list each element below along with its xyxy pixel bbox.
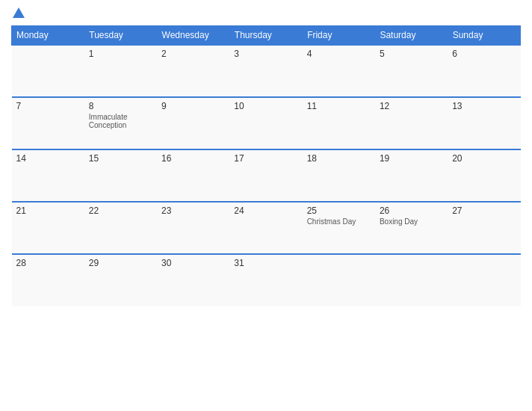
weekday-header-wednesday: Wednesday — [157, 26, 229, 46]
day-number: 23 — [161, 206, 225, 216]
weekday-header-thursday: Thursday — [229, 26, 302, 46]
day-number: 11 — [307, 101, 371, 111]
calendar-cell: 25Christmas Day — [303, 202, 375, 254]
day-number: 20 — [452, 153, 516, 164]
calendar-cell: 17 — [229, 149, 302, 202]
week-row-0: 123456 — [12, 45, 521, 97]
calendar-cell: 20 — [448, 149, 520, 202]
day-number: 29 — [89, 258, 152, 268]
calendar-cell: 9 — [157, 97, 229, 149]
calendar-cell: 12 — [375, 97, 448, 149]
calendar-header — [11, 7, 521, 19]
weekday-header-row: MondayTuesdayWednesdayThursdayFridaySatu… — [12, 26, 521, 46]
day-number: 4 — [307, 49, 371, 59]
calendar-container: MondayTuesdayWednesdayThursdayFridaySatu… — [0, 0, 532, 411]
holiday-label: Boxing Day — [380, 217, 443, 226]
weekday-header-tuesday: Tuesday — [84, 26, 157, 46]
calendar-cell: 30 — [157, 254, 229, 306]
weekday-header-saturday: Saturday — [375, 26, 448, 46]
day-number: 28 — [16, 258, 80, 268]
calendar-cell: 16 — [157, 149, 229, 202]
holiday-label: Christmas Day — [307, 217, 371, 226]
calendar-cell: 18 — [303, 149, 375, 202]
day-number: 13 — [452, 101, 516, 111]
day-number: 7 — [16, 101, 80, 111]
calendar-cell — [375, 254, 448, 306]
day-number: 16 — [161, 153, 225, 164]
calendar-cell — [303, 254, 375, 306]
week-row-1: 78Immaculate Conception910111213 — [12, 97, 521, 149]
calendar-table: MondayTuesdayWednesdayThursdayFridaySatu… — [11, 25, 521, 306]
calendar-cell: 21 — [12, 202, 84, 254]
day-number: 5 — [380, 49, 443, 59]
calendar-cell: 3 — [229, 45, 302, 97]
calendar-cell — [448, 254, 520, 306]
week-row-4: 28293031 — [12, 254, 521, 306]
calendar-cell: 24 — [229, 202, 302, 254]
day-number: 6 — [452, 49, 516, 59]
logo-triangle-icon — [13, 7, 25, 18]
calendar-cell: 29 — [84, 254, 157, 306]
day-number: 3 — [234, 49, 297, 59]
calendar-cell: 11 — [303, 97, 375, 149]
day-number: 22 — [89, 206, 152, 216]
day-number: 9 — [161, 101, 225, 111]
week-row-2: 14151617181920 — [12, 149, 521, 202]
calendar-cell: 4 — [303, 45, 375, 97]
day-number: 25 — [307, 206, 371, 216]
day-number: 10 — [234, 101, 297, 111]
day-number: 1 — [89, 49, 152, 59]
holiday-label: Immaculate Conception — [89, 113, 152, 129]
logo — [11, 7, 25, 19]
day-number: 31 — [234, 258, 297, 268]
calendar-cell: 13 — [448, 97, 520, 149]
calendar-cell: 23 — [157, 202, 229, 254]
weekday-header-friday: Friday — [303, 26, 375, 46]
calendar-cell: 6 — [448, 45, 520, 97]
calendar-cell: 19 — [375, 149, 448, 202]
day-number: 12 — [380, 101, 443, 111]
weekday-header-monday: Monday — [12, 26, 84, 46]
day-number: 17 — [234, 153, 297, 164]
calendar-cell: 26Boxing Day — [375, 202, 448, 254]
day-number: 19 — [380, 153, 443, 164]
day-number: 18 — [307, 153, 371, 164]
calendar-cell: 14 — [12, 149, 84, 202]
calendar-cell: 15 — [84, 149, 157, 202]
day-number: 8 — [89, 101, 152, 111]
calendar-cell: 7 — [12, 97, 84, 149]
day-number: 30 — [161, 258, 225, 268]
calendar-cell: 28 — [12, 254, 84, 306]
calendar-cell: 1 — [84, 45, 157, 97]
day-number: 24 — [234, 206, 297, 216]
calendar-cell: 10 — [229, 97, 302, 149]
calendar-cell: 2 — [157, 45, 229, 97]
day-number: 15 — [89, 153, 152, 164]
day-number: 26 — [380, 206, 443, 216]
calendar-cell: 5 — [375, 45, 448, 97]
week-row-3: 2122232425Christmas Day26Boxing Day27 — [12, 202, 521, 254]
calendar-cell: 22 — [84, 202, 157, 254]
calendar-cell: 8Immaculate Conception — [84, 97, 157, 149]
weekday-header-sunday: Sunday — [448, 26, 520, 46]
calendar-cell: 31 — [229, 254, 302, 306]
day-number: 14 — [16, 153, 80, 164]
day-number: 21 — [16, 206, 80, 216]
calendar-cell: 27 — [448, 202, 520, 254]
day-number: 27 — [452, 206, 516, 216]
calendar-cell — [12, 45, 84, 97]
day-number: 2 — [161, 49, 225, 59]
